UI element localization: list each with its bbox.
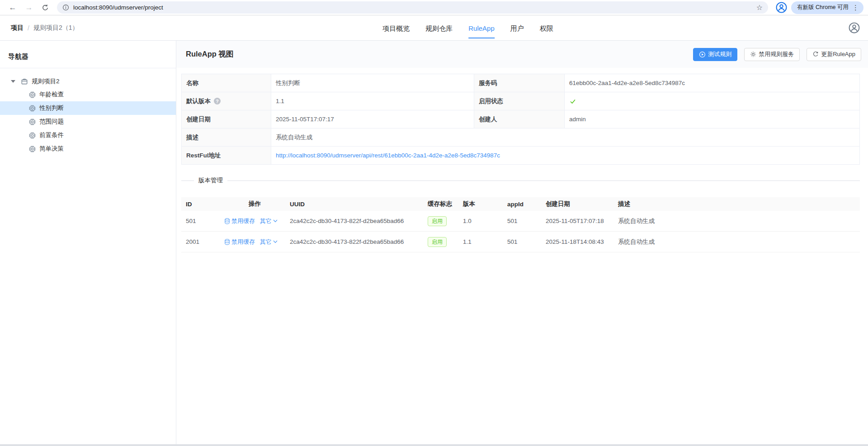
cell-uuid: 2ca42c2c-db30-4173-822f-d2bea65bad66 <box>285 218 423 224</box>
page-title: RuleApp 视图 <box>186 49 233 59</box>
chevron-down-icon <box>273 240 278 243</box>
tree-root-project[interactable]: 规则项目2 <box>0 75 176 88</box>
tree-item-label: 前置条件 <box>39 131 64 139</box>
disable-service-button[interactable]: 禁用规则服务 <box>744 48 800 61</box>
default-version-label-text: 默认版本 <box>186 97 211 105</box>
col-actions: 操作 <box>220 200 285 208</box>
user-avatar-icon[interactable] <box>849 22 860 33</box>
update-ruleapp-label: 更新RuleApp <box>821 50 855 58</box>
more-actions-label: 其它 <box>260 217 272 225</box>
default-version-label: 默认版本 ? <box>182 92 271 110</box>
browser-toolbar: ← → localhost:8090/udmserver/project ☆ 有… <box>0 0 868 15</box>
disable-cache-link[interactable]: 禁用缓存 <box>224 238 255 246</box>
sidebar-title: 导航器 <box>0 41 176 68</box>
version-table-row: 2001 禁用缓存 其它 2ca42c2c-db30-4173-822f-d2b… <box>181 232 860 252</box>
tab-ruleapp[interactable]: RuleApp <box>468 24 495 38</box>
col-version: 版本 <box>458 200 503 208</box>
divider-line <box>181 180 194 181</box>
caret-down-icon[interactable] <box>11 80 15 83</box>
creator-value: admin <box>565 110 859 128</box>
browser-back-icon[interactable]: ← <box>6 1 19 14</box>
database-icon <box>224 218 230 224</box>
service-code-value: 61ebb00c-2aa1-4d2e-a2e8-5ed8c734987c <box>565 74 859 92</box>
browser-reload-icon[interactable] <box>39 1 52 14</box>
cell-created: 2025-11-05T17:07:18 <box>541 218 613 224</box>
ruleapp-view-header: RuleApp 视图 测试规则 禁用规则服务 <box>176 41 868 68</box>
toolbar: 测试规则 禁用规则服务 更新RuleApp <box>693 48 861 61</box>
bookmark-star-icon[interactable]: ☆ <box>756 3 763 12</box>
cell-created: 2025-11-18T14:08:43 <box>541 238 613 245</box>
cell-id: 2001 <box>181 238 220 245</box>
url-text[interactable]: localhost:8090/udmserver/project <box>73 4 163 11</box>
version-section-title: 版本管理 <box>198 176 223 185</box>
screen-bottom-edge <box>0 444 868 446</box>
browser-profile-icon[interactable] <box>776 2 787 13</box>
cell-appid: 501 <box>503 218 541 224</box>
help-icon[interactable]: ? <box>214 98 221 104</box>
main-tabs: 项目概览 规则仓库 RuleApp 用户 权限 <box>382 24 553 38</box>
tree-item-label: 年龄检查 <box>39 90 64 99</box>
disable-cache-label: 禁用缓存 <box>231 217 255 225</box>
cell-version: 1.0 <box>458 218 503 224</box>
tree-item-label: 简单决策 <box>39 145 64 153</box>
cell-id: 501 <box>181 218 220 224</box>
tree-item-simple-decision[interactable]: 简单决策 <box>0 142 176 156</box>
cell-actions: 禁用缓存 其它 <box>220 238 285 246</box>
chip-icon <box>29 91 36 98</box>
cell-appid: 501 <box>503 238 541 245</box>
more-actions-link[interactable]: 其它 <box>260 217 278 225</box>
update-ruleapp-button[interactable]: 更新RuleApp <box>807 48 861 61</box>
browser-forward-icon[interactable]: → <box>23 1 35 14</box>
default-version-value: 1.1 <box>271 92 474 110</box>
service-code-label: 服务码 <box>474 74 565 92</box>
col-created: 创建日期 <box>541 200 613 208</box>
tree-item-gender-judgement[interactable]: 性别判断 <box>0 101 176 115</box>
tree-item-range-problem[interactable]: 范围问题 <box>0 115 176 128</box>
restful-url-cell: http://localhost:8090/udmserver/api/rest… <box>271 147 859 165</box>
cell-cache-flag: 启用 <box>423 237 458 247</box>
refresh-icon <box>812 51 819 57</box>
ruleapp-details-table: 名称 性别判断 服务码 61ebb00c-2aa1-4d2e-a2e8-5ed8… <box>181 74 860 165</box>
chevron-down-icon <box>273 219 278 223</box>
description-value: 系统自动生成 <box>271 128 859 147</box>
tree-item-age-check[interactable]: 年龄检查 <box>0 88 176 101</box>
cell-cache-flag: 启用 <box>423 216 458 226</box>
browser-menu-icon[interactable]: ⋮ <box>850 4 861 12</box>
navigator-sidebar: 导航器 规则项目2 年龄检查 性别判断 <box>0 41 176 444</box>
tab-rule-repository[interactable]: 规则仓库 <box>425 24 453 38</box>
version-table: ID 操作 UUID 缓存标志 版本 appId 创建日期 描述 501 禁用缓… <box>181 197 860 252</box>
cell-description: 系统自动生成 <box>613 217 860 225</box>
tab-project-overview[interactable]: 项目概览 <box>382 24 410 38</box>
address-bar[interactable]: localhost:8090/udmserver/project ☆ <box>57 1 768 14</box>
restful-url-link[interactable]: http://localhost:8090/udmserver/api/rest… <box>276 152 500 159</box>
breadcrumb-root[interactable]: 项目 <box>11 24 24 32</box>
disable-service-label: 禁用规则服务 <box>759 50 794 58</box>
name-value: 性别判断 <box>271 74 474 92</box>
cell-actions: 禁用缓存 其它 <box>220 217 285 225</box>
chip-icon <box>29 132 36 139</box>
more-actions-link[interactable]: 其它 <box>260 238 278 246</box>
site-info-icon[interactable] <box>62 4 69 11</box>
tree-item-label: 范围问题 <box>39 118 64 126</box>
tab-users[interactable]: 用户 <box>510 24 524 38</box>
disable-cache-link[interactable]: 禁用缓存 <box>224 217 255 225</box>
tree-item-label: 性别判断 <box>39 104 64 112</box>
cell-description: 系统自动生成 <box>613 238 860 246</box>
chrome-update-button[interactable]: 有新版 Chrome 可用 ⋮ <box>791 1 863 14</box>
description-label: 描述 <box>182 128 271 147</box>
test-rule-button[interactable]: 测试规则 <box>693 48 737 61</box>
play-circle-icon <box>699 51 706 58</box>
col-appid: appId <box>503 201 541 208</box>
disable-cache-label: 禁用缓存 <box>231 238 255 246</box>
cell-version: 1.1 <box>458 238 503 245</box>
chrome-update-label: 有新版 Chrome 可用 <box>797 4 849 11</box>
gear-icon <box>750 51 756 57</box>
status-badge: 启用 <box>428 237 447 247</box>
tree-item-preconditions[interactable]: 前置条件 <box>0 128 176 142</box>
project-tree: 规则项目2 年龄检查 性别判断 范围问题 <box>0 68 176 156</box>
ruleapp-view: RuleApp 视图 测试规则 禁用规则服务 <box>176 41 868 444</box>
tree-root-label: 规则项目2 <box>32 77 60 85</box>
tab-permissions[interactable]: 权限 <box>540 24 553 38</box>
cell-uuid: 2ca42c2c-db30-4173-822f-d2bea65bad66 <box>285 238 423 245</box>
check-icon <box>569 98 576 105</box>
